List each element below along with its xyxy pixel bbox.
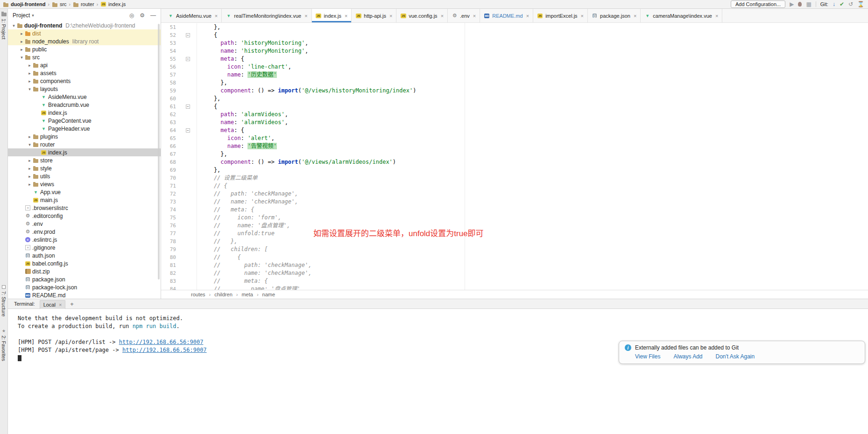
chevron-open-icon[interactable]: ▾ [27,142,33,147]
close-icon[interactable]: × [345,13,347,19]
close-icon[interactable]: × [715,13,718,19]
breadcrumb-item-src[interactable]: src [52,1,67,7]
tree-item-readme.md[interactable]: README.md [8,291,161,299]
gear-icon[interactable]: ⚙ [140,12,145,19]
tree-item-api[interactable]: ▸api [8,61,161,69]
breadcrumb-item-routes[interactable]: routes [191,292,205,297]
tree-item-plugins[interactable]: ▸plugins [8,133,161,140]
tree-item-node-modules[interactable]: ▸node_moduleslibrary root [8,37,161,45]
terminal[interactable]: Note that the development build is not o… [8,309,868,434]
view-files-link[interactable]: View Files [635,353,660,360]
tree-item-assets[interactable]: ▸assets [8,69,161,77]
chevron-closed-icon[interactable]: ▸ [27,182,33,187]
tree-item-package-lock.json[interactable]: package-lock.json [8,283,161,291]
dont-ask-again-link[interactable]: Don't Ask Again [716,353,755,360]
tree-item-breadcrumb.vue[interactable]: Breadcrumb.vue [8,101,161,109]
project-tool-button[interactable]: 1: Project [0,9,7,39]
new-terminal-button[interactable]: + [70,301,74,308]
tree-item-views[interactable]: ▸views [8,180,161,188]
terminal-tab-local[interactable]: Local × [40,300,66,309]
tab-index.js[interactable]: index.js× [312,9,352,22]
favorites-tool-button[interactable]: ★ 2: Favorites [0,329,7,361]
close-icon[interactable]: × [473,13,476,19]
terminal-link[interactable]: http://192.168.66.56:9007 [119,339,204,345]
close-icon[interactable]: × [215,13,218,19]
chevron-closed-icon[interactable]: ▸ [27,134,33,139]
git-revert-icon[interactable]: ↺ [848,1,853,7]
close-icon[interactable]: × [581,13,584,19]
tree-item-.editorconfig[interactable]: .editorconfig [8,212,161,220]
chevron-open-icon[interactable]: ▾ [27,87,33,91]
chevron-closed-icon[interactable]: ▸ [27,174,33,179]
breadcrumb-item-children[interactable]: children [214,292,233,297]
chevron-closed-icon[interactable]: ▸ [19,31,25,36]
coverage-button[interactable]: ▦ [806,1,811,7]
breadcrumb-item-index-js[interactable]: index.js [100,1,126,7]
close-icon[interactable]: × [59,302,62,308]
tree-item-style[interactable]: ▸style [8,164,161,172]
close-icon[interactable]: × [389,13,392,19]
git-history-icon[interactable]: ⌛ [857,1,864,7]
chevron-closed-icon[interactable]: ▸ [27,158,33,163]
tree-item-main.js[interactable]: main.js [8,196,161,204]
debug-button[interactable] [798,2,802,7]
tab-.env[interactable]: .env× [448,9,480,22]
tree-item-router[interactable]: ▾router [8,140,161,148]
git-update-icon[interactable]: ↓ [833,1,835,7]
close-icon[interactable]: × [441,13,444,19]
tree-item-.eslintrc.js[interactable]: .eslintrc.js [8,236,161,244]
tree-item-dist.zip[interactable]: dist.zip [8,267,161,275]
fold-icon[interactable]: − [186,33,190,37]
chevron-closed-icon[interactable]: ▸ [19,47,25,52]
tree-item-pagecontent.vue[interactable]: PageContent.vue [8,117,161,125]
breadcrumb-item-name[interactable]: name [262,292,275,297]
tree-item-layouts[interactable]: ▾layouts [8,85,161,93]
always-add-link[interactable]: Always Add [673,353,702,360]
close-icon[interactable]: × [634,13,636,19]
add-configuration-button[interactable]: Add Configuration... [731,0,785,8]
tree-item-asidemenu.vue[interactable]: AsideMenu.vue [8,93,161,101]
structure-tool-button[interactable]: 7: Structure [0,285,7,316]
tree-item-utils[interactable]: ▸utils [8,172,161,180]
tree-item-app.vue[interactable]: App.vue [8,188,161,196]
tree-item-auth.json[interactable]: auth.json [8,252,161,259]
close-icon[interactable]: × [304,13,307,19]
fold-icon[interactable]: − [186,57,190,61]
tab-package.json[interactable]: package.json× [588,9,641,22]
breadcrumb-item-router[interactable]: router [73,1,94,7]
tree-item-.gitignore[interactable]: .gitignore [8,244,161,252]
tree-item-index.js[interactable]: index.js [8,109,161,117]
project-panel-title[interactable]: Project [13,12,30,19]
tree-item-.browserslistrc[interactable]: .browserslistrc [8,204,161,212]
tree-item-duoji-frontend[interactable]: ▾duoji-frontendD:\zheheWeb\duoji-fronten… [8,21,161,29]
tab-importexcel.js[interactable]: importExcel.js× [533,9,588,22]
tab-vue.config.js[interactable]: vue.config.js× [396,9,448,22]
tree-item-dist[interactable]: ▸dist [8,29,161,37]
locate-file-icon[interactable]: ◎ [129,12,134,19]
chevron-open-icon[interactable]: ▾ [19,55,25,60]
tree-item-index.js[interactable]: index.js [8,148,161,156]
tab-asidemenu.vue[interactable]: AsideMenu.vue× [164,9,222,22]
chevron-closed-icon[interactable]: ▸ [27,71,33,76]
tree-item-pageheader.vue[interactable]: PageHeader.vue [8,125,161,133]
chevron-closed-icon[interactable]: ▸ [19,39,25,44]
tree-item-public[interactable]: ▸public [8,45,161,53]
close-icon[interactable]: × [526,13,529,19]
tab-http-api.js[interactable]: http-api.js× [352,9,396,22]
chevron-closed-icon[interactable]: ▸ [27,166,33,171]
terminal-link[interactable]: http://192.168.66.56:9007 [122,347,207,353]
chevron-open-icon[interactable]: ▾ [11,23,17,28]
project-scrollbar[interactable] [158,24,160,280]
tree-item-src[interactable]: ▾src [8,53,161,61]
tab-readme.md[interactable]: README.md× [480,9,533,22]
tree-item-.env[interactable]: .env [8,220,161,228]
hide-panel-icon[interactable]: — [150,12,156,19]
chevron-closed-icon[interactable]: ▸ [27,63,33,68]
chevron-down-icon[interactable]: ▾ [32,13,34,18]
tree-item-babel.config.js[interactable]: babel.config.js [8,259,161,267]
tree-item-components[interactable]: ▸components [8,77,161,85]
fold-icon[interactable]: − [186,105,190,109]
breadcrumb-item-duoji-frontend[interactable]: duoji-frontend [3,1,46,7]
chevron-closed-icon[interactable]: ▸ [27,79,33,84]
tab-realtimemonitoring-index.vue[interactable]: realTimeMonitoring\index.vue× [222,9,311,22]
